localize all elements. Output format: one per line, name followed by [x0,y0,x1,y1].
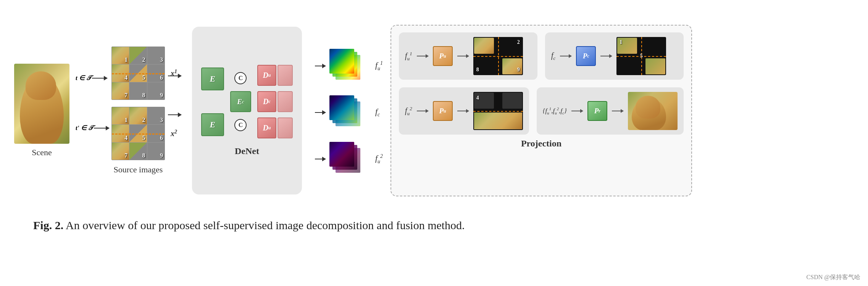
cell-x2-num-8: 8 [142,152,145,159]
proj-fset-label: {fu1,fu2,fc} [543,106,567,115]
reconstructed-dog [628,92,678,130]
scene-label: Scene [32,148,52,157]
fig-num: Fig. 2. [33,219,63,231]
dec-pair-bot: Du [257,117,293,138]
top-arrow [92,78,107,79]
main-container: Scene t ∈ 𝒯 t' ∈ 𝒯 1 2 3 [0,0,868,286]
pnum-5: 5 [640,53,643,59]
proj-fu1-label: fu1 [405,51,412,62]
proj-arrow-7 [571,111,583,111]
cell-num-6: 6 [160,74,163,81]
cell-num-4: 4 [124,74,127,81]
patch-8: 8 [129,82,147,100]
cell-num-7: 7 [124,92,127,99]
t-prime-arrow-bottom: t' ∈ 𝒯 [76,124,109,132]
feature-fu1: fu1 [315,49,383,83]
x2-patch-grid: 1 2 3 4 5 6 7 8 9 [111,107,165,160]
cell-x2-num-9: 9 [160,152,163,159]
cell-x2-num-2: 2 [142,117,145,124]
decoder-u-top2 [278,65,293,86]
proj-pc: Pc [576,46,596,66]
cell-x2-num-6: 6 [160,135,163,141]
patch-x2-1: 1 [112,107,129,124]
to-encoder-arrows [168,76,181,115]
t-prime-label: t' ∈ 𝒯 [76,124,92,132]
dashed-v-1 [498,37,499,75]
patch-x2-9: 9 [147,143,165,160]
decoder-column: Du Dc Du [257,65,293,138]
cell-num-1: 1 [124,56,127,63]
scene-section: Scene [14,64,69,157]
encoder-column: E E [201,67,224,136]
recon-dog-head [636,96,660,119]
pnum-2: 2 [517,39,520,45]
proj-patch-top-left: 2 8 9 [473,37,523,75]
arrow-fc [315,112,326,113]
t-label: t ∈ 𝒯 [76,74,90,82]
proj-arrow-6 [457,111,469,111]
cell-x2-num-5: 5 [142,135,145,141]
patch-2: 2 [129,47,147,64]
denet-label: DeNet [235,146,259,156]
proj-top-rows: fu1 Pu 2 8 9 [399,32,684,80]
concat-bottom: C [234,119,247,131]
proj-row-bot-right: {fu1,fu2,fc} Pr [537,87,684,135]
watermark-text: CSDN @保持客气哈 [807,274,860,280]
patch-x2-8: 8 [129,143,147,160]
fc-label: fc [375,107,380,118]
decoder-c: Dc [257,91,276,112]
decoder-u-bot2 [278,117,293,138]
source-images-stack: 1 2 3 4 5 6 7 8 9 x1 [111,47,165,160]
middle-column: C Ec C [230,72,251,131]
proj-pu-bot: Pu [433,101,453,121]
orange-line-x2 [112,133,165,135]
patch-7: 7 [112,82,129,100]
decoder-u-bot: Du [257,117,276,138]
arrow-to-enc2 [168,114,181,115]
scene-to-source-arrows: t ∈ 𝒯 t' ∈ 𝒯 [76,89,109,132]
arrow-to-enc1 [168,76,181,76]
heatmap-fu1 [329,49,371,83]
proj-row-top-right: fc Pc 1 5 [545,32,684,80]
fu1-label: fu1 [375,60,383,72]
source-images-label: Source images [114,165,163,175]
dec-pair-top: Du [257,65,293,86]
x1-patch-grid: 1 2 3 4 5 6 7 8 9 [111,47,165,100]
encoder-top: E [201,67,224,90]
dashed-h-3 [473,111,523,112]
corner-tr-3 [502,93,522,109]
fu2-label: fu2 [375,153,383,165]
proj-arrow-3 [560,56,571,56]
figure-caption: Fig. 2. An overview of our proposed self… [33,217,835,234]
fig-caption-text: An overview of our proposed self-supervi… [63,219,465,231]
bottom-arrow [94,128,109,129]
x1-container: 1 2 3 4 5 6 7 8 9 x1 [111,47,165,100]
dec-pair-mid: Dc [257,91,293,112]
heatmap-fu1-1 [329,49,354,74]
patch-9: 9 [147,82,165,100]
proj-inner: fu1 Pu 2 8 9 [399,32,684,135]
patch-x2-2: 2 [129,107,147,124]
arrow-fu1 [315,66,326,66]
encoder-bottom: E [201,113,224,136]
cell-num-9: 9 [160,92,163,99]
orange-line-x1 [112,73,165,74]
proj-arrow-2 [457,56,469,56]
pnum-1: 1 [620,39,622,45]
proj-arrow-8 [612,111,623,111]
encoder-common: Ec [230,91,251,112]
denet-inner: E E C Ec C Du Dc [201,65,293,138]
proj-row-bot-left: fu2 Pu 4 [399,87,529,135]
proj-patch-bot-left: 4 [473,92,523,130]
proj-arrow-5 [417,111,428,111]
cell-x2-num-1: 1 [124,117,127,124]
proj-pr: Pr [587,101,607,121]
cell-x2-num-4: 4 [124,135,127,141]
feature-fc: fc [315,95,380,130]
projection-box: fu1 Pu 2 8 9 [390,25,692,196]
heatmap-fu2-1 [329,142,354,167]
cell-x2-num-7: 7 [124,152,127,159]
proj-bottom-rows: fu2 Pu 4 [399,87,684,135]
concat-top: C [234,72,247,84]
source-section: 1 2 3 4 5 6 7 8 9 x1 [111,47,165,175]
